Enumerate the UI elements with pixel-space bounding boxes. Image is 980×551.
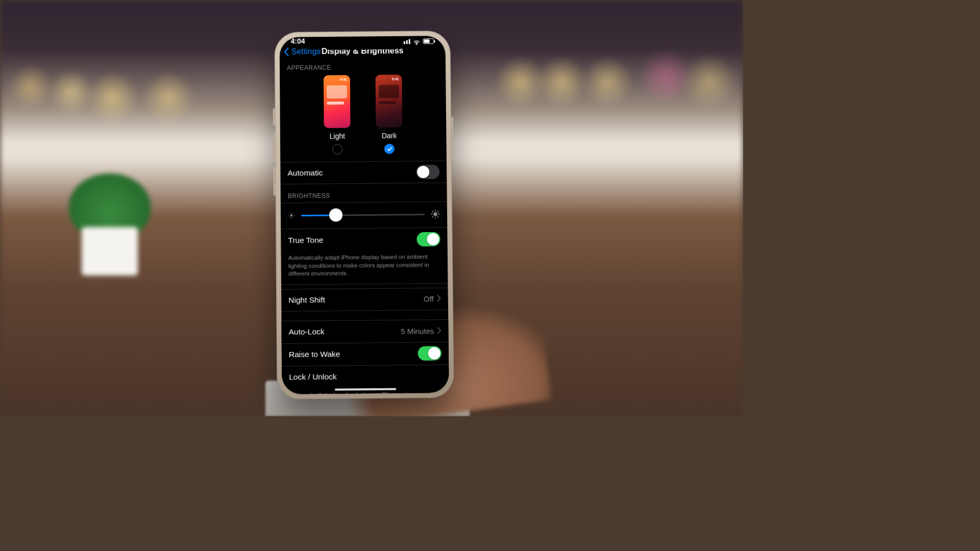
true-tone-toggle[interactable]: [416, 232, 440, 246]
dark-label: Dark: [382, 132, 397, 140]
sun-large-icon: [431, 210, 440, 219]
wifi-icon: [413, 38, 421, 44]
svg-point-9: [433, 212, 437, 216]
photo-plant: [61, 163, 158, 276]
night-shift-value: Off: [424, 294, 441, 303]
preview-time: 9:41: [340, 78, 347, 81]
screen: 4:04 Settings Display & Brightness APPEA…: [280, 36, 449, 394]
brightness-slider-row: [281, 202, 447, 229]
night-shift-row[interactable]: Night Shift Off: [281, 287, 448, 311]
raise-to-wake-label: Raise to Wake: [289, 349, 340, 359]
svg-line-7: [289, 217, 290, 218]
notch: [322, 36, 403, 50]
light-preview: 9:41: [324, 75, 351, 128]
svg-line-16: [432, 216, 433, 217]
svg-line-8: [293, 213, 293, 214]
automatic-toggle[interactable]: [416, 165, 439, 179]
brightness-header: BRIGHTNESS: [281, 183, 447, 203]
appearance-options: 9:41 Light 9:41 Dark: [280, 73, 447, 158]
appearance-dark-option[interactable]: 9:41 Dark: [376, 74, 403, 154]
back-button[interactable]: Settings: [284, 47, 321, 56]
raise-to-wake-row: Raise to Wake: [282, 342, 449, 366]
svg-line-15: [437, 216, 438, 217]
battery-icon: [423, 38, 434, 44]
automatic-row: Automatic: [280, 161, 447, 185]
status-time: 4:04: [290, 37, 305, 45]
lock-unlock-row: Lock / Unlock: [282, 364, 449, 388]
appearance-light-option[interactable]: 9:41 Light: [324, 75, 351, 155]
status-icons: [401, 38, 434, 44]
iphone-frame: 4:04 Settings Display & Brightness APPEA…: [275, 31, 454, 399]
back-label: Settings: [291, 47, 321, 56]
dark-radio[interactable]: [384, 144, 395, 154]
svg-point-0: [290, 214, 293, 217]
svg-line-5: [289, 213, 290, 214]
appearance-header: APPEARANCE: [280, 55, 446, 75]
light-label: Light: [330, 132, 345, 140]
chevron-right-icon: [437, 327, 441, 335]
preview-time: 9:41: [391, 77, 399, 81]
chevron-left-icon: [284, 47, 290, 57]
brightness-slider[interactable]: [301, 207, 425, 222]
phone-volume-down: [273, 166, 275, 196]
svg-line-6: [293, 217, 293, 218]
raise-to-wake-toggle[interactable]: [418, 346, 442, 361]
auto-lock-label: Auto-Lock: [289, 327, 325, 337]
phone-mute-switch: [273, 108, 275, 126]
night-shift-label: Night Shift: [288, 295, 325, 305]
light-radio[interactable]: [332, 144, 342, 155]
automatic-label: Automatic: [287, 168, 323, 178]
lock-unlock-label: Lock / Unlock: [289, 372, 337, 382]
phone-volume-up: [273, 133, 275, 162]
svg-line-14: [432, 211, 433, 212]
svg-line-17: [437, 211, 438, 212]
sun-small-icon: [288, 212, 295, 219]
true-tone-row: True Tone: [281, 228, 448, 252]
true-tone-desc: Automatically adapt iPhone display based…: [281, 250, 448, 285]
auto-lock-value: 5 Minutes: [401, 327, 441, 336]
chevron-right-icon: [437, 294, 441, 303]
dark-preview: 9:41: [376, 74, 403, 128]
auto-lock-row[interactable]: Auto-Lock 5 Minutes: [281, 319, 448, 343]
true-tone-label: True Tone: [288, 235, 323, 245]
